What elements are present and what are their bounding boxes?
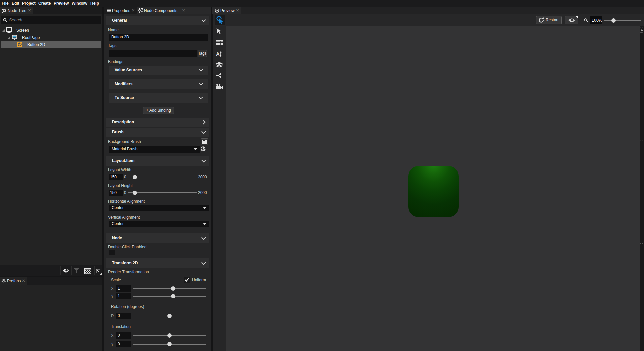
svg-text:A: A [216, 51, 220, 57]
